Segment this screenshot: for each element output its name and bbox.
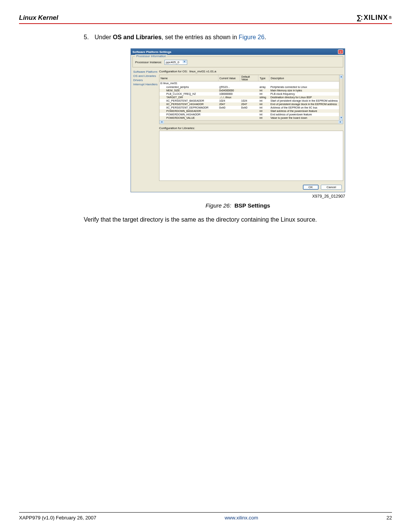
sidebar-item-software-platform[interactable]: Software Platform — [132, 70, 159, 74]
cancel-button[interactable]: Cancel — [321, 185, 342, 190]
vertical-scrollbar[interactable]: ▴▾ — [339, 75, 343, 120]
dialog-titlebar: Software Platform Settings × — [131, 49, 345, 55]
table-row[interactable]: IIC_PERSISTENT_BASEADDR10241024intStart … — [159, 99, 343, 102]
table-header-row: Name Current Value Default Value Type De… — [159, 75, 343, 81]
step-bold: OS and Libraries — [113, 34, 161, 40]
step-period: . — [264, 34, 266, 40]
table-row[interactable]: POWERDOWN_BASEADDRintStart address of th… — [159, 109, 343, 113]
close-icon[interactable]: × — [338, 50, 343, 54]
logo-reg: ® — [389, 16, 392, 20]
table-row[interactable]: MEM_SIZE0x04000000intMain Memory size in… — [159, 89, 343, 92]
table-row[interactable]: connected_periphs((RS23...arrayPeriphera… — [159, 85, 343, 89]
col-type: Type — [258, 75, 269, 81]
figure-caption-bold: BSP Settings — [234, 202, 270, 209]
table-row[interactable]: POWERDOWN_VALUEintValue to power the boa… — [159, 116, 343, 120]
cfg-os-label: Configuration for OS: — [159, 70, 188, 73]
figure-caption-prefix: Figure 26: — [206, 202, 231, 209]
dialog-title: Software Platform Settings — [132, 50, 171, 54]
libraries-box — [159, 131, 343, 181]
settings-dialog: Software Platform Settings × Processor I… — [131, 48, 345, 192]
tree-root-row[interactable]: ⊟ linux_mvl31 — [159, 81, 343, 86]
footer-url[interactable]: www.xilinx.com — [225, 515, 258, 521]
footer-page-number: 22 — [387, 515, 392, 521]
processor-instance-label: Processor Instance: — [135, 61, 162, 64]
scroll-up-icon[interactable]: ▴ — [339, 75, 343, 79]
scroll-right-icon[interactable]: ▸ — [338, 120, 343, 124]
table-row[interactable]: POWERDOWN_HIGHADDRintEnd address of powe… — [159, 113, 343, 116]
step-text-a: Under — [94, 34, 113, 40]
cfg-os-line: Configuration for OS: linux_mvl31 v1.01.… — [159, 70, 343, 73]
figure-link[interactable]: Figure 26 — [239, 34, 264, 40]
step-number: 5. — [84, 34, 93, 41]
col-default-value: Default Value — [240, 75, 258, 81]
scroll-down-icon[interactable]: ▾ — [339, 116, 343, 120]
ok-button[interactable]: OK — [303, 185, 319, 190]
os-config-table: Name Current Value Default Value Type De… — [159, 75, 343, 124]
verify-text: Verify that the target directory is the … — [84, 216, 392, 223]
processor-info-group: Processor Information Processor Instance… — [132, 56, 343, 67]
table-row[interactable]: TARGET_DIR../../../linuxstringDestinatio… — [159, 96, 343, 99]
xilinx-logo: ∑: XILINX ® — [357, 14, 392, 22]
instruction-step: 5. Under OS and Libraries, set the entri… — [84, 34, 392, 41]
scroll-left-icon[interactable]: ◂ — [159, 120, 164, 124]
table-row[interactable]: IIC_PERSISTENT_EEPROMADDR0xA00xA0intAddr… — [159, 106, 343, 109]
col-description: Description — [269, 75, 343, 81]
footer-doc-id: XAPP979 (v1.0) February 26, 2007 — [19, 515, 96, 521]
figure-id: X979_26_012907 — [131, 194, 345, 198]
figure-caption: Figure 26: BSP Settings — [84, 202, 392, 209]
logo-text: XILINX — [364, 14, 388, 22]
processor-instance-combo[interactable]: ppc405_0 — [164, 60, 187, 65]
table-row[interactable]: PLB_CLOCK_FREQ_HZ100000000intPLB clock f… — [159, 92, 343, 96]
logo-mark-icon: ∑: — [357, 14, 362, 22]
col-name: Name — [159, 75, 218, 81]
settings-sidebar: Software Platform OS and Libraries Drive… — [132, 69, 159, 181]
col-current-value: Current Value — [218, 75, 240, 81]
processor-info-label: Processor Information — [135, 54, 167, 58]
step-text-b: , set the entries as shown in — [162, 34, 239, 40]
page-header: Linux Kernel ∑: XILINX ® — [19, 14, 392, 24]
sidebar-item-drivers[interactable]: Drivers — [132, 78, 159, 82]
table-row[interactable]: IIC_PERSISTENT_HIGHADDR20472047intEnd of… — [159, 102, 343, 106]
page-footer: XAPP979 (v1.0) February 26, 2007 www.xil… — [19, 512, 392, 521]
horizontal-scrollbar[interactable]: ◂▸ — [159, 120, 343, 124]
tree-root-label: linux_mvl31 — [163, 82, 177, 85]
section-title: Linux Kernel — [19, 14, 58, 22]
cfg-os-value: linux_mvl31 v1.01.a — [190, 70, 217, 73]
dialog-buttons: OK Cancel — [131, 182, 345, 192]
cfg-libraries-label: Configuration for Libraries: — [159, 126, 343, 130]
tree-collapse-icon[interactable]: ⊟ — [160, 82, 163, 85]
sidebar-item-os-libraries[interactable]: OS and Libraries — [132, 74, 159, 78]
sidebar-item-interrupt-handlers[interactable]: Interrupt Handlers — [132, 82, 159, 86]
